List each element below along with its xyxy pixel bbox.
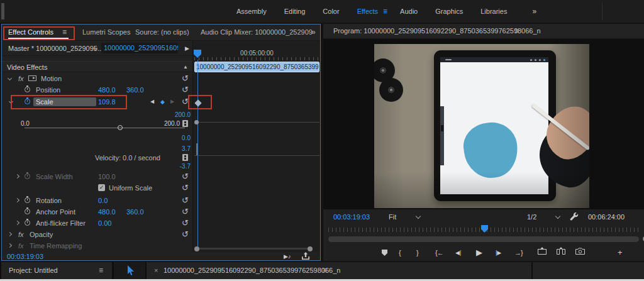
play-button-icon[interactable]: ▶ [476,245,482,261]
fx-badge-icon[interactable]: fx [18,73,24,84]
go-to-in-icon[interactable]: {← [435,245,443,261]
value-graph-keyframe-dot[interactable] [194,120,199,124]
project-panel-tab[interactable]: Project: Untitled ≡ [1,262,112,279]
workspace-tab-color[interactable]: Color [314,8,348,15]
anchor-x-value[interactable]: 480.0 [98,206,116,218]
zoom-handle-left[interactable] [194,246,199,251]
reset-anti-flicker-icon[interactable]: ↺ [182,218,189,229]
workspace-tab-editing[interactable]: Editing [275,8,314,15]
chevron-down-icon[interactable] [416,214,421,219]
program-current-timecode[interactable]: 00:03:19:03 [333,209,370,225]
velocity-graph-line [194,155,319,156]
chevron-right-icon[interactable] [15,174,19,179]
uniform-scale-checkbox[interactable]: ✓ [98,184,105,191]
scale-slider-track[interactable] [25,128,185,128]
tab-lumetri-scopes[interactable]: Lumetri Scopes [82,25,130,40]
playback-resolution-select[interactable]: 1/2 [527,209,536,225]
close-icon[interactable]: × [154,262,158,279]
reset-opacity-icon[interactable]: ↺ [182,229,189,240]
play-around-icon[interactable]: ▶ [185,41,189,56]
time-remapping-row: fx Time Remapping [2,240,192,251]
chevron-down-icon[interactable] [9,99,13,104]
reset-position-icon[interactable]: ↺ [182,84,189,96]
export-frame-camera-icon[interactable] [575,245,585,261]
workspace-tab-graphics[interactable]: Graphics [426,8,472,15]
workspace-menu-icon[interactable]: ≡ [383,7,387,16]
stopwatch-icon[interactable] [25,174,30,179]
reset-scale-width-icon[interactable]: ↺ [182,171,189,182]
chevron-right-icon[interactable] [15,221,19,225]
lift-icon[interactable] [538,245,547,261]
scale-value[interactable]: 109.8 [98,96,116,108]
position-y-value[interactable]: 360.0 [126,84,144,96]
play-audio-icon[interactable]: ▶♪ [284,252,291,261]
video-shading [374,44,589,208]
stopwatch-icon[interactable] [25,87,30,92]
timeline-panel-menu-icon[interactable]: ≡ [323,262,327,279]
collapse-section-icon[interactable]: ▲ [183,62,188,73]
chevron-right-icon[interactable] [8,243,12,248]
velocity-graph-toggle-icon[interactable] [182,154,188,161]
project-panel-menu-icon[interactable]: ≡ [99,262,103,279]
timeline-zoom-scrollbar[interactable] [196,248,310,250]
panel-overflow-icon[interactable]: » [311,25,316,40]
tab-audio-clip-mixer[interactable]: Audio Clip Mixer: 10000000_252909 [201,25,313,40]
go-to-out-icon[interactable]: →} [514,245,523,261]
timeline-ruler[interactable] [194,57,319,60]
workspace-overflow-icon[interactable]: » [532,7,536,16]
program-video-area [323,39,644,209]
export-frame-icon[interactable] [301,252,310,261]
program-panel-menu-icon[interactable]: ≡ [514,24,519,38]
reset-anchor-icon[interactable]: ↺ [182,206,189,218]
reset-scale-icon[interactable]: ↺ [182,96,189,108]
zoom-level-select[interactable]: Fit [389,209,396,225]
scale-width-row: Scale Width 100.0 ↺ [2,171,192,182]
value-graph-toggle-icon[interactable] [182,120,188,127]
reset-motion-icon[interactable]: ↺ [182,73,189,84]
extract-icon[interactable] [557,245,565,261]
reset-rotation-icon[interactable]: ↺ [182,195,189,206]
previous-keyframe-icon[interactable]: ◀ [150,96,154,108]
playhead-line [197,60,198,248]
step-back-icon[interactable]: ◀| [455,245,461,261]
anchor-y-value[interactable]: 360.0 [126,206,144,218]
mark-out-icon[interactable]: } [416,245,419,261]
tab-source[interactable]: Source: (no clips) [135,25,189,40]
button-editor-add-icon[interactable]: + [618,245,623,261]
add-marker-icon[interactable] [382,250,387,256]
next-keyframe-icon[interactable]: ▶ [170,96,174,108]
chevron-down-icon[interactable] [8,76,12,80]
scale-label[interactable]: Scale [33,97,96,106]
stopwatch-icon[interactable] [25,209,30,214]
stopwatch-icon[interactable] [25,220,30,226]
stopwatch-keyframe-icon[interactable] [25,99,30,104]
chevron-right-icon[interactable] [15,198,19,202]
zoom-handle-right[interactable] [308,246,313,251]
timeline-clip-bar[interactable]: 10000000_252909516092290_8750365399 [194,62,319,72]
fx-badge-icon[interactable]: fx [18,229,24,240]
stopwatch-icon[interactable] [25,197,30,203]
mark-in-icon[interactable]: { [399,245,401,261]
clip-selector-dropdown[interactable]: 10000000_25290951609... [101,43,178,53]
chevron-down-icon[interactable] [555,214,560,219]
reset-uniform-scale-icon[interactable]: ↺ [182,182,189,194]
workspace-tab-audio[interactable]: Audio [391,8,426,15]
current-timecode[interactable]: 00:03:19:03 [7,252,43,261]
program-scrollbar[interactable] [328,236,639,242]
step-forward-icon[interactable]: |▶ [496,245,501,261]
scale-slider-handle[interactable] [118,125,123,130]
rotation-value[interactable]: 0.0 [98,195,108,206]
topbar-divider [602,3,602,20]
workspace-tab-assembly[interactable]: Assembly [228,8,275,15]
scale-keyframe-diamond[interactable] [194,99,201,106]
position-x-value[interactable]: 480.0 [98,84,116,96]
chevron-right-icon[interactable] [8,232,12,236]
workspace-tab-effects[interactable]: Effects [348,8,387,15]
timeline-panel-tab[interactable]: × 10000000_252909516092290_8750365399762… [147,262,531,279]
selection-tool-icon[interactable] [127,265,135,278]
video-frame [374,44,589,208]
settings-wrench-icon[interactable] [570,209,579,225]
workspace-tab-libraries[interactable]: Libraries [472,8,516,15]
add-keyframe-icon[interactable]: ◆ [160,96,165,108]
anti-flicker-value[interactable]: 0.00 [98,218,111,229]
